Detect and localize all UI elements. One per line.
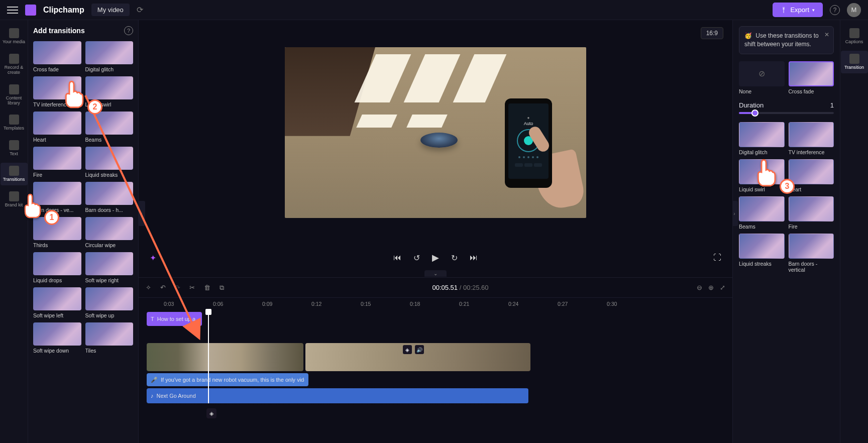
music-clip[interactable]: ♪ Next Go Around [147,388,528,403]
close-icon[interactable]: ✕ [824,31,829,39]
zoom-in-icon[interactable]: ⊕ [708,284,714,291]
editor-center: ‹ 16:9 ● Auto [139,20,732,443]
transition-soft-wipe-up[interactable]: Soft wipe up [85,287,134,318]
transition-liquid-streaks[interactable]: Liquid streaks [85,147,134,178]
tick: 0:30 [607,301,617,307]
duration-slider[interactable] [739,112,834,114]
split-icon[interactable]: ✂ [189,284,195,291]
mic-icon: 🎤 [151,377,158,383]
clip-audio-badge[interactable]: 🔊 [415,345,424,354]
props-expand-handle[interactable]: › [732,201,738,226]
rail-brand-kit[interactable]: Brand kit [1,188,28,211]
prop-transition-cross-fade[interactable]: Cross fade [789,61,834,94]
copy-icon[interactable]: ⧉ [220,284,224,292]
rail-transitions[interactable]: Transitions [1,163,28,185]
help-icon[interactable]: ? [830,5,840,15]
tip-callout: 🥳 Use these transitions to shift between… [739,26,834,54]
magic-icon[interactable]: ✧ [146,284,151,291]
forward-5-icon[interactable]: ↻ [451,253,458,263]
transition-thirds[interactable]: Thirds [33,217,81,248]
export-button[interactable]: ⭱ Export ▾ [773,3,823,17]
subtitle-clip[interactable]: 🎤 If you've got a brand new robot vacuum… [147,373,308,386]
transition-soft-wipe-right[interactable]: Soft wipe right [85,252,134,283]
text-icon [9,140,19,150]
prop-transition-heart[interactable]: Heart [789,159,834,192]
timeline-toolbar: ✧ ↶ ↷ ✂ 🗑 ⧉ 00:05.51 / 00:25.60 ⊖ ⊕ ⤢ [139,277,732,297]
zoom-fit-icon[interactable]: ⤢ [720,284,725,291]
clip-fx-badge[interactable]: ◈ [403,345,412,354]
transition-heart[interactable]: Heart [33,112,81,143]
captions-icon [849,28,859,38]
transition-liquid-swirl[interactable]: Liquid swirl [85,76,134,107]
transition-barn-doors-vertical[interactable]: Barn doors - ve... [33,182,81,213]
panel-help-icon[interactable]: ? [124,26,133,35]
tick: 0:03 [164,301,174,307]
rrail-captions[interactable]: Captions [841,25,868,48]
transition-soft-wipe-left[interactable]: Soft wipe left [33,287,81,318]
tick: 0:06 [213,301,223,307]
templates-icon [9,115,19,125]
prop-transition-fire[interactable]: Fire [789,196,834,230]
transition-tv-interference[interactable]: TV interference [33,76,81,107]
rewind-5-icon[interactable]: ↺ [413,253,420,263]
your-media-icon [9,28,19,38]
undo-icon[interactable]: ↶ [160,284,166,291]
timeline-timecode: 00:05.51 / 00:25.60 [432,284,488,291]
transition-barn-doors-horizontal[interactable]: Barn doors - h... [85,182,134,213]
tick: 0:24 [508,301,518,307]
subtitle-track[interactable]: 🎤 If you've got a brand new robot vacuum… [144,373,732,386]
duration-value: 1 [830,101,834,109]
prop-transition-barn-doors-vertical[interactable]: Barn doors - vertical [789,234,834,273]
skip-end-icon[interactable]: ⏭ [470,253,478,262]
text-track[interactable]: T How to set up a [144,312,732,326]
preview-phone-hand: ● Auto [502,97,577,203]
play-icon[interactable]: ▶ [432,252,439,263]
prop-transition-liquid-streaks[interactable]: Liquid streaks [739,234,785,273]
title-clip[interactable]: T How to set up a [147,312,202,326]
aspect-ratio-selector[interactable]: 16:9 [701,27,723,39]
rrail-transition[interactable]: Transition [841,51,868,73]
timeline[interactable]: 0:030:060:090:120:150:180:210:240:270:30… [139,297,732,443]
transition-beams[interactable]: Beams [85,112,134,143]
music-track[interactable]: ♪ Next Go Around [144,388,732,403]
sync-off-icon[interactable]: ⟳ [137,5,143,15]
prop-transition-none[interactable]: ⊘None [739,61,785,94]
preview-robot-vacuum [420,133,458,148]
timeline-ruler[interactable]: 0:030:060:090:120:150:180:210:240:270:30 [144,298,732,312]
timeline-expand-handle[interactable]: ⌄ [424,270,447,277]
transition-liquid-drops[interactable]: Liquid drops [33,252,81,283]
transition-icon [849,54,859,64]
skip-start-icon[interactable]: ⏮ [393,253,401,262]
hamburger-icon[interactable] [7,7,18,14]
playhead[interactable] [208,312,209,403]
redo-icon[interactable]: ↷ [175,284,180,291]
tick: 0:21 [459,301,469,307]
rail-text[interactable]: Text [1,137,28,160]
rail-content-library[interactable]: Content library [1,81,28,109]
prop-transition-liquid-swirl[interactable]: Liquid swirl [739,159,785,192]
transition-circular-wipe[interactable]: Circular wipe [85,217,134,248]
video-preview[interactable]: ● Auto [285,47,586,218]
transition-fire[interactable]: Fire [33,147,81,178]
ai-sparkle-icon[interactable]: ✦ [150,253,156,263]
fullscreen-icon[interactable]: ⛶ [713,253,721,262]
delete-icon[interactable]: 🗑 [204,284,210,291]
brand-name: Clipchamp [43,6,84,15]
video-clip-1[interactable] [147,343,303,371]
rail-your-media[interactable]: Your media [1,25,28,48]
transition-tiles[interactable]: Tiles [85,322,134,354]
right-nav-rail: CaptionsTransition [840,20,868,443]
video-track[interactable]: ◈ ◈ 🔊 [144,343,732,371]
zoom-out-icon[interactable]: ⊖ [697,284,702,291]
rail-templates[interactable]: Templates [1,112,28,134]
user-avatar[interactable]: M [847,3,861,17]
transition-cross-fade[interactable]: Cross fade [33,41,81,72]
prop-transition-tv-interference[interactable]: TV interference [789,122,834,155]
prop-transition-beams[interactable]: Beams [739,196,785,230]
transition-marker-icon[interactable]: ◈ [206,408,216,418]
transition-soft-wipe-down[interactable]: Soft wipe down [33,322,81,354]
project-name[interactable]: My video [91,4,130,16]
rail-record-create[interactable]: Record & create [1,51,28,78]
prop-transition-digital-glitch[interactable]: Digital glitch [739,122,785,155]
transition-digital-glitch[interactable]: Digital glitch [85,41,134,72]
